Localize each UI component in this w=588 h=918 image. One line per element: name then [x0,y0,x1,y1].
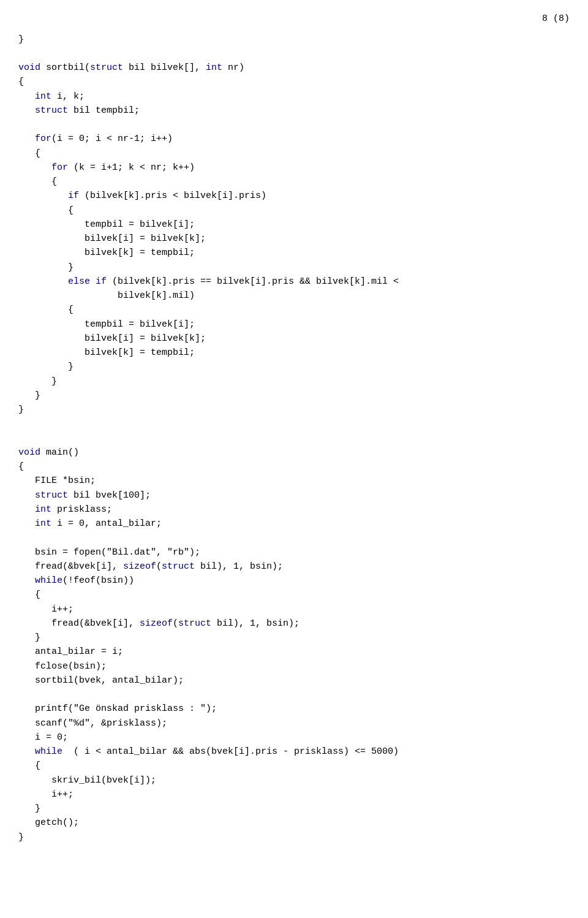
code-content: } void sortbil(struct bil bilvek[], int … [18,32,570,844]
page-number: 8 (8) [18,12,570,26]
